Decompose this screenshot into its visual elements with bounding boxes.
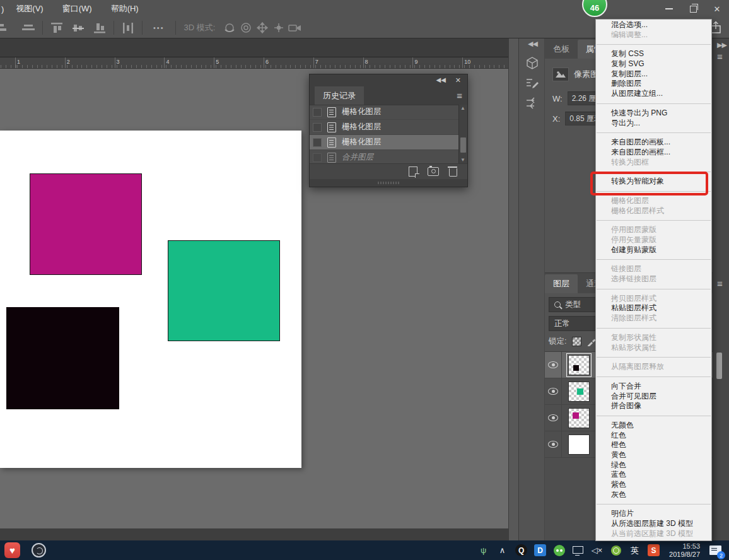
menu-item-convert-smart-object[interactable]: 转换为智能对象 — [596, 177, 711, 187]
tab-layers[interactable]: 图层 — [545, 274, 578, 293]
align-bottom-edges-icon[interactable] — [91, 20, 108, 36]
sogou-icon[interactable]: S — [648, 544, 660, 556]
menu-item[interactable]: 红色 — [596, 431, 711, 441]
heart-app-icon[interactable]: ♥ — [4, 542, 20, 558]
history-row[interactable]: 栅格化图层 — [310, 120, 458, 135]
menubar-item[interactable]: 视图(V) — [6, 4, 52, 13]
3d-pan-icon[interactable] — [254, 20, 271, 36]
align-left-edges-icon[interactable] — [0, 20, 11, 36]
display-icon[interactable] — [572, 544, 584, 556]
d-app-icon[interactable]: D — [534, 544, 546, 556]
menu-item[interactable]: 拼合图像 — [596, 401, 711, 411]
collapse-panel-icon[interactable]: ◀◀ — [436, 76, 446, 83]
close-button[interactable]: ✕ — [705, 0, 729, 18]
restore-button[interactable] — [681, 0, 705, 18]
3d-slide-icon[interactable] — [271, 20, 287, 36]
menu-item[interactable]: 黄色 — [596, 450, 711, 460]
more-options-button[interactable]: ••• — [148, 24, 170, 32]
menu-item[interactable]: 导出为... — [596, 119, 711, 129]
browser-icon[interactable] — [610, 544, 622, 556]
menu-item[interactable]: 来自图层的画板... — [596, 137, 711, 148]
tool-presets-panel-icon[interactable] — [524, 95, 540, 112]
history-scrollbar[interactable]: ▲ ▼ — [458, 105, 467, 163]
horizontal-ruler[interactable]: 12345678910 — [0, 57, 508, 69]
lock-transparency-icon[interactable] — [572, 337, 581, 346]
tab-history[interactable]: 历史记录 — [315, 86, 364, 105]
menu-item[interactable]: 向下合并 — [596, 382, 711, 392]
3d-camera-icon[interactable] — [287, 20, 303, 36]
distribute-horizontal-icon[interactable] — [120, 20, 136, 36]
menu-item[interactable]: 合并可见图层 — [596, 392, 711, 402]
menu-item[interactable]: 蓝色 — [596, 470, 711, 480]
document-scrollbar[interactable] — [508, 38, 519, 540]
history-panel-menu-icon[interactable]: ≡ — [457, 90, 462, 101]
history-panel-titlebar[interactable]: ◀◀ ✕ — [310, 74, 467, 86]
usb-icon[interactable]: ψ — [477, 544, 489, 556]
menu-item[interactable]: 粘贴图层样式 — [596, 303, 711, 313]
menu-item[interactable]: 无颜色 — [596, 421, 711, 431]
history-scrollbar-thumb[interactable] — [460, 137, 466, 153]
new-snapshot-icon[interactable] — [428, 167, 439, 176]
menu-item[interactable]: 复制图层... — [596, 69, 711, 79]
3d-panel-icon[interactable] — [524, 55, 540, 71]
menu-item[interactable]: 复制 SVG — [596, 59, 711, 69]
taskbar-clock[interactable]: 15:53 2019/8/27 — [667, 542, 703, 559]
system-tray: ψ∧QD◁×英S 15:53 2019/8/27 2 — [477, 542, 729, 559]
speaker-muted-icon[interactable]: ◁× — [591, 544, 603, 556]
obs-app-icon[interactable] — [32, 543, 46, 557]
visibility-toggle[interactable] — [545, 378, 562, 404]
menu-item[interactable]: 紫色 — [596, 480, 711, 490]
history-row[interactable]: 栅格化图层 — [310, 135, 458, 150]
visibility-toggle[interactable] — [545, 352, 562, 378]
history-resize-grip[interactable] — [310, 179, 467, 187]
menu-item[interactable]: 绿色 — [596, 460, 711, 470]
ime-icon[interactable]: 英 — [629, 544, 641, 556]
minimize-button[interactable] — [657, 0, 681, 18]
menu-item[interactable]: 橙色 — [596, 440, 711, 450]
layer-thumbnail[interactable] — [568, 382, 590, 402]
wechat-icon[interactable] — [553, 544, 565, 556]
menu-item[interactable]: 从图层建立组... — [596, 89, 711, 99]
collapse-panels-icon[interactable]: ◀◀ — [528, 40, 537, 48]
align-vertical-centers-icon[interactable] — [70, 20, 86, 36]
scroll-up-icon[interactable]: ▲ — [460, 105, 465, 111]
align-top-edges-icon[interactable] — [49, 20, 65, 36]
menu-item[interactable]: 复制 CSS — [596, 49, 711, 59]
new-document-from-state-icon[interactable] — [409, 166, 417, 177]
align-horizontal-centers-icon[interactable] — [20, 20, 37, 36]
menu-item[interactable]: 混合选项... — [596, 20, 711, 30]
visibility-toggle[interactable] — [545, 405, 562, 431]
menu-item[interactable]: 灰色 — [596, 490, 711, 500]
menu-item[interactable]: 明信片 — [596, 509, 711, 519]
layer-thumbnail[interactable] — [568, 435, 590, 455]
document-canvas[interactable] — [0, 131, 301, 468]
3d-roll-icon[interactable] — [238, 20, 254, 36]
qq-icon[interactable]: Q — [515, 544, 527, 556]
menu-separator — [597, 44, 711, 45]
properties-panel-icon[interactable] — [524, 75, 540, 91]
menu-item[interactable]: 快速导出为 PNG — [596, 108, 711, 119]
layer-thumbnail[interactable] — [568, 408, 590, 428]
menu-item[interactable]: 从所选图层新建 3D 模型 — [596, 519, 711, 529]
chevron-up-icon[interactable]: ∧ — [496, 544, 508, 556]
menu-item[interactable]: 来自图层的画框... — [596, 148, 711, 158]
expand-panel-icon[interactable]: ▶▶ — [717, 41, 726, 49]
layer-filter-label: 类型 — [565, 300, 581, 310]
menubar-item[interactable]: 帮助(H) — [102, 4, 148, 13]
menubar-item[interactable]: 窗口(W) — [53, 4, 102, 13]
menu-item[interactable]: 删除图层 — [596, 79, 711, 89]
3d-orbit-icon[interactable] — [221, 20, 238, 36]
layers-scrollbar-thumb[interactable] — [716, 353, 722, 379]
layer-thumbnail[interactable] — [568, 355, 590, 375]
window-controls: ✕ — [657, 0, 729, 18]
close-panel-icon[interactable]: ✕ — [455, 76, 461, 85]
properties-panel-menu-icon[interactable]: ≡ — [717, 51, 723, 62]
menu-item[interactable]: 创建剪贴蒙版 — [596, 245, 711, 255]
layers-panel-menu-icon[interactable]: ≡ — [717, 278, 723, 289]
action-center-button[interactable]: 2 — [709, 544, 721, 556]
history-row[interactable]: 栅格化图层 — [310, 105, 458, 120]
visibility-toggle[interactable] — [545, 431, 562, 457]
delete-state-icon[interactable] — [449, 168, 457, 177]
tab-swatches[interactable]: 色板 — [545, 40, 578, 59]
scroll-down-icon[interactable]: ▼ — [460, 157, 465, 163]
